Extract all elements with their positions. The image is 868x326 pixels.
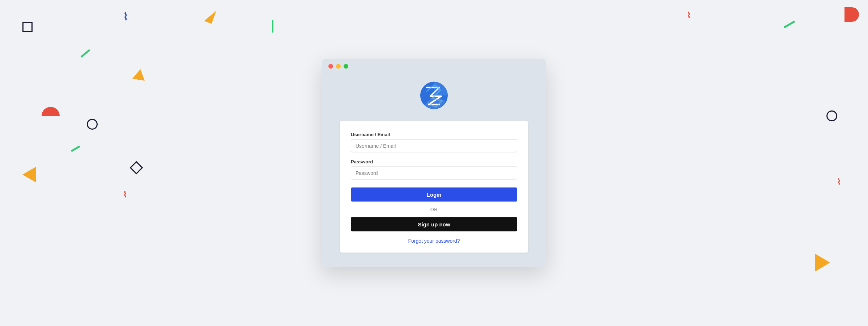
deco-dash-green-topright bbox=[783, 21, 795, 29]
password-field-group: Password bbox=[351, 159, 517, 180]
minimize-button[interactable] bbox=[336, 64, 341, 69]
password-input[interactable] bbox=[351, 167, 517, 180]
maximize-button[interactable] bbox=[344, 64, 348, 69]
username-field-group: Username / Email bbox=[351, 132, 517, 152]
forgot-password-link[interactable]: Forgot your password? bbox=[351, 238, 517, 244]
deco-circle-dark-right bbox=[826, 110, 837, 121]
password-label: Password bbox=[351, 159, 517, 164]
deco-triangle-yellow-left bbox=[130, 69, 145, 84]
deco-zigzag-red-top: ⌇ bbox=[687, 11, 691, 20]
deco-halfcircle-red-left bbox=[42, 107, 60, 116]
deco-dash-green-leftlower bbox=[71, 145, 81, 152]
app-logo bbox=[420, 81, 448, 110]
signup-button[interactable]: Sign up now bbox=[351, 217, 517, 231]
deco-square-top-left bbox=[22, 22, 33, 32]
username-label: Username / Email bbox=[351, 132, 517, 137]
or-divider: OR bbox=[351, 207, 517, 212]
deco-zigzag-blue-top: ⌇ bbox=[123, 11, 128, 23]
deco-triangle-yellow-bottomleft bbox=[22, 167, 36, 183]
close-button[interactable] bbox=[328, 64, 333, 69]
username-input[interactable] bbox=[351, 139, 517, 152]
deco-dash-green-left bbox=[80, 49, 90, 58]
deco-zigzag-red-bottomleft: ⌇ bbox=[123, 190, 127, 200]
deco-diamond-left bbox=[130, 161, 143, 175]
login-window: Username / Email Password Login OR Sign … bbox=[322, 59, 546, 267]
deco-line-green-top bbox=[272, 20, 273, 33]
deco-triangle-yellow-bottomright bbox=[815, 254, 830, 272]
deco-circle-dark-left bbox=[87, 119, 98, 130]
titlebar bbox=[322, 59, 546, 74]
deco-zigzag-red-right: ⌇ bbox=[837, 177, 841, 187]
logo-area bbox=[322, 74, 546, 121]
login-button[interactable]: Login bbox=[351, 188, 517, 202]
deco-triangle-yellow-top bbox=[204, 8, 216, 24]
deco-halfcircle-pink-topright bbox=[844, 7, 859, 22]
login-form-card: Username / Email Password Login OR Sign … bbox=[340, 121, 528, 253]
